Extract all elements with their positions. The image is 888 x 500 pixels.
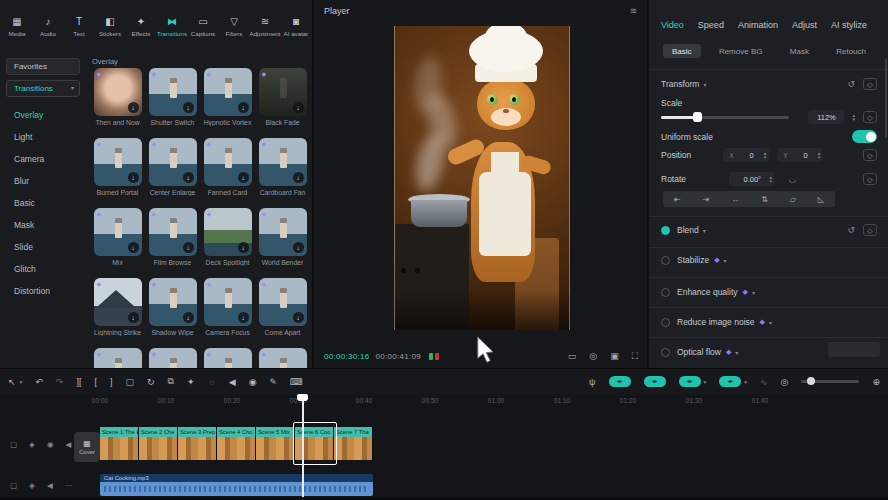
preview-axis-toggle[interactable]: ◂▸ [719, 376, 741, 387]
tab-effects[interactable]: ✦Effects [126, 16, 156, 37]
mute-icon[interactable]: ◀ [65, 440, 71, 449]
category-mask[interactable]: Mask [0, 214, 86, 236]
stabilize-section-header[interactable]: Stabilize ◆ ▾ [661, 255, 877, 265]
draw-button[interactable]: ✎ [270, 377, 278, 387]
flip-horizontal-icon[interactable]: ↔ [731, 195, 739, 204]
transition-thumbnail[interactable]: ◆ [149, 348, 197, 368]
stabilize-checkbox[interactable] [661, 256, 670, 265]
skew-icon[interactable]: ▱ [790, 195, 796, 204]
crop-button[interactable]: ⧉ [168, 376, 174, 387]
freeze-frame-button[interactable]: ▢ [125, 377, 134, 387]
transition-thumbnail[interactable]: ◆↓ [94, 138, 142, 186]
split-button[interactable]: ][ [76, 377, 81, 387]
timeline-clip[interactable]: Scene 2 Che [139, 427, 178, 460]
tab-media[interactable]: ▦Media [2, 16, 32, 37]
position-y-field[interactable]: Y0 ▴▾ [777, 148, 823, 162]
transform-section-header[interactable]: Transform▾ ↺ ◇ [661, 78, 877, 90]
enhance-quality-checkbox[interactable] [661, 288, 670, 297]
tab-captions[interactable]: ▭Captions [188, 16, 218, 37]
auto-ripple-toggle[interactable]: ◂▸ [644, 376, 666, 387]
more-icon[interactable]: ⋯ [65, 481, 73, 490]
scale-slider[interactable] [661, 116, 789, 119]
transition-thumbnail[interactable]: ◆↓ [259, 138, 307, 186]
keyframe-icon[interactable]: ◇ [863, 224, 877, 236]
reduce-noise-section-header[interactable]: Reduce image noise ◆ ▾ [661, 317, 877, 327]
playhead-handle[interactable] [297, 394, 308, 401]
transition-thumbnail[interactable]: ◆↓ [259, 68, 307, 116]
category-blur[interactable]: Blur [0, 170, 86, 192]
timeline-clip[interactable]: Scene 1 The E [100, 427, 139, 460]
timeline-clip[interactable]: Scene 3 Prep [178, 427, 217, 460]
rotate-stepper[interactable]: ▴▾ [770, 175, 773, 184]
tab-ai-avatar[interactable]: ◙AI avatar [281, 16, 311, 37]
category-distortion[interactable]: Distortion [0, 280, 86, 302]
delete-right-button[interactable]: ] [110, 377, 113, 387]
uniform-scale-toggle[interactable] [852, 130, 877, 143]
transition-thumbnail[interactable]: ◆↓ [94, 278, 142, 326]
tab-video[interactable]: Video [661, 20, 684, 30]
reverse-button[interactable]: ↻ [147, 377, 155, 387]
keyframe-icon[interactable]: ◇ [863, 111, 877, 123]
tab-filters[interactable]: ▽Filters [219, 16, 249, 37]
main-track-magnet-toggle[interactable]: ◂▸ [609, 376, 631, 387]
transition-thumbnail[interactable]: ◆↓ [204, 278, 252, 326]
tab-stickers[interactable]: ◧Stickers [95, 16, 125, 37]
transition-thumbnail[interactable]: ◆↓ [94, 208, 142, 256]
category-basic[interactable]: Basic [0, 192, 86, 214]
category-light[interactable]: Light [0, 126, 86, 148]
fullscreen-icon[interactable]: ⛶ [632, 351, 638, 362]
aspect-ratio-icon[interactable]: ▭ [568, 351, 577, 362]
portrait-matting-button[interactable]: ◉ [249, 377, 257, 387]
magic-wand-button[interactable]: ✦ [187, 377, 195, 387]
track-collapse-icon[interactable]: ▢ [10, 481, 17, 490]
align-right-icon[interactable]: ⇥ [703, 195, 710, 204]
rotate-90-icon[interactable]: ◺ [818, 195, 824, 204]
player-display-settings-icon[interactable]: ≋ [629, 6, 637, 16]
flip-vertical-icon[interactable]: ⇅ [761, 195, 768, 204]
redo-button[interactable]: ↷ [56, 377, 64, 387]
transition-thumbnail[interactable]: ◆↓ [149, 68, 197, 116]
transition-thumbnail[interactable]: ◆↓ [149, 278, 197, 326]
chevron-down-icon[interactable]: ▾ [20, 379, 23, 385]
preview-quality-icon[interactable]: ▣ [610, 351, 619, 362]
blend-section-header[interactable]: Blend▾ ↺ ◇ [661, 224, 877, 236]
optical-flow-action-button[interactable] [828, 342, 880, 357]
position-x-field[interactable]: X0 ▴▾ [723, 148, 769, 162]
keyframe-icon[interactable]: ◇ [863, 78, 877, 90]
slider-handle[interactable] [693, 112, 702, 122]
timeline-clip[interactable]: Scene 7 Tha [334, 427, 373, 460]
transition-thumbnail[interactable]: ◆↓ [259, 208, 307, 256]
mute-track-button[interactable]: ◀ [229, 377, 236, 387]
tab-ai-stylize[interactable]: AI stylize [831, 20, 867, 30]
curve-speed-icon[interactable]: ∿ [760, 377, 768, 387]
reset-icon[interactable]: ↺ [847, 79, 855, 89]
transition-thumbnail[interactable]: ◆↓ [204, 208, 252, 256]
subtab-mask[interactable]: Mask [781, 44, 818, 58]
zoom-fit-button[interactable]: ⊕ [872, 377, 880, 387]
timeline-clip[interactable]: Scene 4 Cho [217, 427, 256, 460]
transition-thumbnail[interactable]: ◆↓ [259, 278, 307, 326]
lock-icon[interactable]: ◈ [29, 481, 35, 490]
hide-track-icon[interactable]: ◉ [47, 440, 54, 449]
tab-audio[interactable]: ♪Audio [33, 16, 63, 37]
mute-icon[interactable]: ◀ [47, 481, 53, 490]
tab-text[interactable]: TText [64, 16, 94, 37]
transition-thumbnail[interactable]: ◆↓ [94, 68, 142, 116]
locate-playhead-button[interactable]: ◎ [781, 377, 789, 387]
delete-left-button[interactable]: [ [94, 377, 97, 387]
subtab-retouch[interactable]: Retouch [827, 44, 875, 58]
tab-adjustment[interactable]: ≋Adjustment [250, 16, 280, 37]
undo-button[interactable]: ↶ [35, 377, 43, 387]
relight-button[interactable]: ☼ [208, 377, 216, 387]
optical-flow-checkbox[interactable] [661, 348, 670, 357]
tab-transitions[interactable]: ⧓Transitions [157, 16, 187, 37]
blend-checkbox[interactable] [661, 226, 670, 235]
shortcut-keyboard-button[interactable]: ⌨ [290, 377, 303, 387]
category-camera[interactable]: Camera [0, 148, 86, 170]
scale-stepper[interactable]: ▴▾ [852, 113, 855, 122]
slider-handle[interactable] [807, 377, 815, 385]
snapshot-icon[interactable]: ◎ [589, 351, 597, 362]
inspector-scrollbar[interactable] [885, 58, 887, 138]
favorites-button[interactable]: Favorites [6, 58, 80, 75]
tab-speed[interactable]: Speed [698, 20, 724, 30]
